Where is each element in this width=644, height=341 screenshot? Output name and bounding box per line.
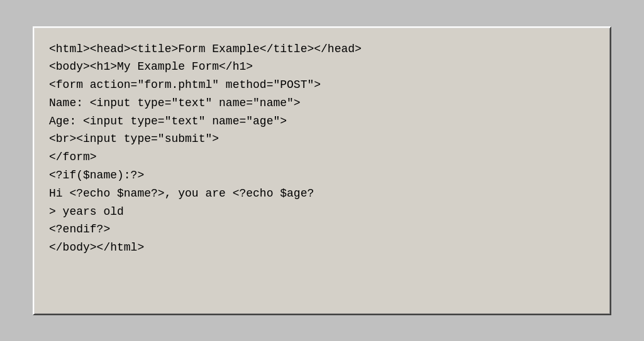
code-content: <html><head><title>Form Example</title><…	[49, 40, 595, 257]
code-display-panel: <html><head><title>Form Example</title><…	[33, 26, 611, 315]
